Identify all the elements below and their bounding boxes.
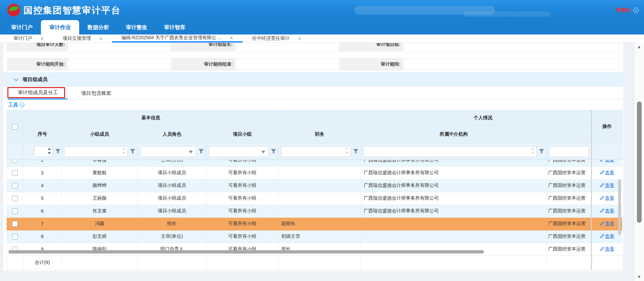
- tab-project-account-sets[interactable]: 项目包含账套: [74, 87, 118, 99]
- document-tab[interactable]: 项目立项管理✕: [53, 34, 112, 43]
- close-icon[interactable]: ✕: [99, 36, 103, 41]
- view-link[interactable]: 查看: [605, 233, 614, 239]
- column-header-1: 序号: [23, 126, 62, 143]
- form-label: 审计期间结束:: [171, 58, 235, 71]
- text-filter-input[interactable]: [549, 146, 589, 157]
- row-checkbox[interactable]: [12, 170, 18, 176]
- cell-role: 组长: [138, 217, 206, 230]
- table-row: 2李春霞主审(分所)可看所有小组广西瑞信盛德会计师事务所有限公司广西国控资本运营…: [7, 160, 623, 166]
- view-link[interactable]: 查看: [605, 170, 614, 175]
- view-link[interactable]: 查看: [605, 246, 614, 252]
- row-checkbox[interactable]: [12, 234, 18, 239]
- combo-chevrons-icon[interactable]: [123, 148, 125, 153]
- edit-pencil-icon: [600, 221, 604, 225]
- close-icon[interactable]: ✕: [298, 36, 301, 41]
- chevron-up-icon: [531, 148, 534, 150]
- filter-funnel-icon[interactable]: [55, 149, 60, 154]
- audit-period-input[interactable]: [403, 59, 619, 70]
- spin-down-icon[interactable]: [48, 152, 51, 154]
- text-filter-input[interactable]: [64, 146, 128, 157]
- cell-member: 李春霞: [62, 160, 138, 166]
- filter-funnel-icon[interactable]: [271, 149, 276, 154]
- column-header-4: 项目小组: [206, 126, 279, 143]
- document-tab[interactable]: 审计门户✕: [4, 34, 53, 43]
- row-checkbox[interactable]: [12, 196, 18, 201]
- cell-action: 查看: [592, 205, 623, 217]
- select-filter-dropdown[interactable]: [209, 146, 269, 157]
- tools-dropdown[interactable]: 工具: [3, 100, 623, 110]
- form-input[interactable]: [403, 43, 619, 53]
- view-link[interactable]: 查看: [605, 195, 614, 201]
- cell-org: 广西国控资本运营: [547, 243, 592, 255]
- cell-member: 彭文婷: [62, 230, 138, 243]
- form-label: 审计组组长:: [171, 43, 235, 52]
- scroll-up-arrow[interactable]: ▲: [634, 44, 644, 49]
- page-scrollbar-thumb[interactable]: [637, 101, 642, 223]
- filter-funnel-icon[interactable]: [539, 149, 544, 154]
- form-field: 审计期间:: [339, 58, 619, 71]
- spinner-arrows-icon[interactable]: [48, 148, 51, 154]
- nav-item-3[interactable]: 数据分析: [79, 20, 117, 34]
- footer-cell: [361, 256, 547, 270]
- combo-chevrons-icon[interactable]: [532, 148, 534, 153]
- footer-total: 合计(9): [23, 256, 62, 270]
- chevron-up-icon: [122, 148, 125, 150]
- filter-funnel-icon[interactable]: [353, 149, 358, 154]
- nav-item-5[interactable]: 审计智库: [156, 20, 194, 34]
- cell-duty: [279, 179, 361, 192]
- section-header-project-members[interactable]: 项目组成员: [3, 72, 623, 87]
- tab-audit-team-members[interactable]: 审计组成员及分工: [8, 87, 68, 99]
- view-link[interactable]: 查看: [605, 221, 614, 226]
- edit-pencil-icon: [600, 234, 604, 238]
- row-checkbox[interactable]: [12, 160, 18, 163]
- collapse-chevron-icon: [14, 77, 18, 81]
- text-filter-input[interactable]: [281, 146, 351, 157]
- filter-controls: [279, 146, 361, 157]
- document-tab[interactable]: 任中经济责任审计✕: [243, 34, 311, 43]
- close-icon[interactable]: ✕: [40, 36, 44, 41]
- user-name[interactable]: 李春红: [616, 7, 631, 13]
- form-input[interactable]: [68, 43, 170, 53]
- app-title: 国控集团智慧审计平台: [23, 4, 121, 16]
- chevron-down-circle-icon[interactable]: [633, 8, 639, 13]
- scroll-down-arrow[interactable]: ▼: [634, 274, 644, 279]
- filter-cell: [361, 143, 547, 160]
- view-link[interactable]: 查看: [605, 183, 614, 188]
- nav-item-2[interactable]: 审计作业: [41, 20, 79, 34]
- filter-funnel-icon[interactable]: [199, 149, 204, 154]
- column-header-7: [547, 126, 592, 143]
- row-checkbox-cell: [7, 179, 23, 192]
- select-filter-dropdown[interactable]: [140, 146, 196, 157]
- edit-pencil-icon: [600, 170, 604, 174]
- text-filter-input[interactable]: [363, 146, 537, 157]
- audit-period-end-input[interactable]: [235, 59, 339, 70]
- group-header-basic-info: 基本信息: [23, 110, 279, 126]
- nav-item-4[interactable]: 审计整改: [117, 20, 156, 34]
- table-row: 3黄航航项目小组成员可看所有小组广西瑞信盛德会计师事务所有限公司广西国控资本运营…: [7, 166, 623, 179]
- row-checkbox[interactable]: [12, 221, 18, 227]
- row-checkbox[interactable]: [12, 208, 18, 214]
- view-link[interactable]: 查看: [605, 208, 614, 213]
- spin-up-icon[interactable]: [48, 148, 51, 150]
- form-field: 审计期间结束:: [171, 58, 339, 71]
- user-menu[interactable]: 李春红: [616, 7, 639, 13]
- horizontal-scrollbar-thumb[interactable]: [8, 250, 484, 254]
- nav-item-1[interactable]: 审计门户: [3, 20, 41, 34]
- combo-chevrons-icon[interactable]: [346, 148, 348, 153]
- table-header: 基本信息 个人情况 操作 序号小组成员人员角色项目小组职务所属中介机构: [7, 110, 623, 160]
- filter-controls: [547, 146, 591, 157]
- table-vertical-scrollbar-thumb[interactable]: [618, 180, 621, 235]
- number-filter-input[interactable]: [34, 146, 53, 157]
- form-input[interactable]: [235, 43, 339, 53]
- select-all-checkbox[interactable]: [12, 124, 18, 130]
- row-checkbox[interactable]: [12, 183, 18, 189]
- cell-member: 王丽颜: [62, 192, 138, 205]
- filter-funnel-icon[interactable]: [130, 149, 135, 154]
- close-icon[interactable]: ✕: [230, 36, 233, 41]
- audit-period-start-input[interactable]: [68, 59, 170, 70]
- cell-duty: 初级主管: [279, 230, 361, 243]
- column-header-action: 操作: [592, 110, 623, 143]
- view-link[interactable]: 查看: [605, 160, 614, 162]
- document-tab[interactable]: 编辑:RZ202504 关于广西农垦企业管理有限公 ...✕: [112, 34, 243, 43]
- cell-org: 广西国控资本运营: [547, 166, 592, 179]
